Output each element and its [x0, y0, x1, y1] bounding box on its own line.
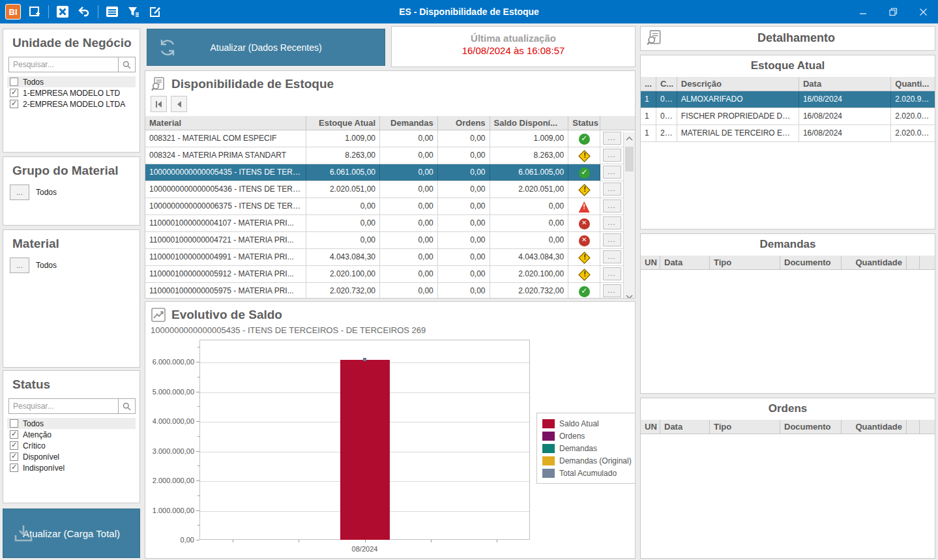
search-icon[interactable]	[118, 399, 135, 413]
row-detail-button[interactable]: ...	[603, 267, 621, 280]
checkbox-item[interactable]: Crítico	[7, 440, 136, 451]
scroll-down-icon[interactable]	[624, 291, 635, 299]
col-data[interactable]: Data	[660, 256, 710, 269]
col-un[interactable]: UN	[641, 256, 660, 269]
checkbox[interactable]	[10, 441, 18, 450]
restore-button[interactable]	[878, 0, 908, 23]
checkbox[interactable]	[10, 419, 18, 428]
prev-page-button[interactable]	[171, 96, 187, 112]
col-quantidade[interactable]: Quanti...	[891, 77, 935, 91]
table-row[interactable]: 1100001000000004991 - MATERIA PRI...4.04…	[145, 249, 623, 266]
table-row[interactable]: 1100001000000005975 - MATERIA PRI...2.02…	[145, 283, 623, 299]
cell-codigo: 250	[656, 125, 677, 141]
export-excel-icon[interactable]	[55, 4, 70, 20]
table-row[interactable]: 1100001000000005912 - MATERIA PRI...2.02…	[145, 266, 623, 283]
col-documento[interactable]: Documento	[780, 256, 842, 269]
cell-material: 008321 - MATERIAL COM ESPECIF	[145, 130, 306, 147]
col-material[interactable]: Material	[145, 116, 306, 130]
col-descricao[interactable]: Descrição	[677, 77, 799, 91]
checkbox-item[interactable]: 1-EMPRESA MODELO LTD	[7, 87, 136, 98]
checkbox[interactable]	[10, 464, 18, 472]
full-refresh-button[interactable]: Atualizar (Carga Total)	[3, 508, 140, 558]
table-row[interactable]: 1000000000000005435 - ITENS DE TERC...6.…	[145, 164, 623, 181]
cell-actions: ...	[600, 164, 623, 181]
undo-icon[interactable]	[76, 4, 92, 20]
col-data[interactable]: Data	[799, 77, 891, 91]
table-row[interactable]: 1250MATERIAL DE TERCEIRO EM P...16/08/20…	[641, 125, 935, 142]
checkbox[interactable]	[10, 78, 18, 86]
sort-icon[interactable]: ↑↓	[139, 398, 140, 414]
cell-demandas: 0,00	[380, 283, 438, 299]
checkbox[interactable]	[10, 89, 18, 97]
col-demandas[interactable]: Demandas	[380, 116, 438, 130]
checkbox[interactable]	[10, 100, 18, 108]
cell-actions: ...	[600, 266, 623, 282]
col-ordens[interactable]: Ordens	[438, 116, 490, 130]
checkbox-item[interactable]: Indisponível	[7, 462, 136, 473]
material-browse-button[interactable]: ...	[10, 258, 29, 273]
table-row[interactable]: 1000000000000006375 - ITENS DE TERC...0,…	[145, 198, 623, 215]
table-row[interactable]: 1075FISCHER PROPRIEDADE DO CL...16/08/20…	[641, 108, 935, 125]
col-estoque-atual[interactable]: Estoque Atual	[306, 116, 380, 130]
first-page-button[interactable]	[151, 96, 167, 112]
col-data[interactable]: Data	[660, 420, 710, 434]
search-icon[interactable]	[118, 57, 135, 72]
checkbox-item[interactable]: Disponível	[7, 451, 136, 462]
grupo-browse-button[interactable]: ...	[10, 184, 29, 200]
layout-list-icon[interactable]	[104, 4, 120, 20]
cell-status	[568, 232, 600, 248]
new-window-icon[interactable]	[27, 4, 42, 20]
unavailable-status-icon	[579, 235, 590, 246]
checkbox-item[interactable]: Todos	[7, 418, 136, 429]
sort-icon[interactable]: ↑↓	[139, 57, 140, 72]
checkbox-label: Todos	[23, 419, 44, 428]
checkbox-item[interactable]: 2-EMPRESA MODELO LTDA	[7, 98, 136, 110]
col-quantidade[interactable]: Quantidade	[842, 256, 907, 269]
chart-subtitle: 1000000000000005435 - ITENS DE TERCEIROS…	[145, 323, 635, 335]
row-detail-button[interactable]: ...	[603, 233, 621, 246]
table-row[interactable]: 008321 - MATERIAL COM ESPECIF1.009,000,0…	[145, 130, 623, 147]
checkbox[interactable]	[10, 430, 18, 439]
scroll-up-icon[interactable]	[624, 132, 635, 144]
cell-un: 1	[641, 91, 656, 108]
unidade-search-input[interactable]	[9, 57, 118, 72]
checkbox-item[interactable]: Atenção	[7, 429, 136, 440]
close-button[interactable]	[908, 0, 938, 23]
col-un[interactable]: ...	[641, 77, 656, 91]
row-detail-button[interactable]: ...	[603, 199, 621, 213]
col-un[interactable]: UN	[641, 420, 660, 434]
cell-material: 1100001000000004991 - MATERIA PRI...	[145, 249, 306, 265]
col-quantidade[interactable]: Quantidade	[842, 420, 907, 434]
minimize-button[interactable]	[848, 0, 878, 23]
checkbox[interactable]	[10, 452, 18, 461]
col-status[interactable]: Status	[568, 116, 600, 130]
edit-icon[interactable]	[147, 4, 163, 20]
col-saldo-disponivel[interactable]: Saldo Disponí...	[490, 116, 569, 130]
table-row[interactable]: 1010ALMOXARIFADO16/08/20242.020.999...	[641, 91, 935, 108]
row-detail-button[interactable]: ...	[603, 149, 621, 162]
row-detail-button[interactable]: ...	[603, 250, 621, 263]
checkbox-label: Atenção	[23, 430, 51, 439]
stock-table-scrollbar[interactable]	[623, 132, 635, 299]
col-tipo[interactable]: Tipo	[710, 256, 780, 269]
bar-saldo-atual[interactable]	[340, 360, 390, 540]
filter-icon[interactable]	[126, 4, 141, 20]
table-row[interactable]: 1100001000000004721 - MATERIA PRI...0,00…	[145, 232, 623, 249]
estoque-atual-body: 1010ALMOXARIFADO16/08/20242.020.999...10…	[641, 91, 935, 142]
recent-refresh-button[interactable]: Atualizar (Dados Recentes)	[147, 29, 385, 66]
table-row[interactable]: 1100001000000004107 - MATERIA PRI...0,00…	[145, 215, 623, 232]
checkbox-item[interactable]: Todos	[7, 76, 136, 87]
scrollbar-thumb[interactable]	[625, 147, 634, 171]
status-search-input[interactable]	[9, 399, 118, 413]
y-axis-label: 4.000.000,00	[145, 417, 194, 425]
table-row[interactable]: 008324 - MATERIA PRIMA STANDART8.263,000…	[145, 147, 623, 164]
row-detail-button[interactable]: ...	[603, 183, 621, 196]
row-detail-button[interactable]: ...	[603, 284, 621, 297]
row-detail-button[interactable]: ...	[603, 132, 621, 145]
col-tipo[interactable]: Tipo	[710, 420, 780, 434]
row-detail-button[interactable]: ...	[603, 216, 621, 229]
table-row[interactable]: 1000000000000005436 - ITENS DE TERC...2.…	[145, 181, 623, 198]
col-codigo[interactable]: C...	[656, 77, 677, 91]
col-documento[interactable]: Documento	[780, 420, 842, 434]
row-detail-button[interactable]: ...	[603, 166, 621, 179]
